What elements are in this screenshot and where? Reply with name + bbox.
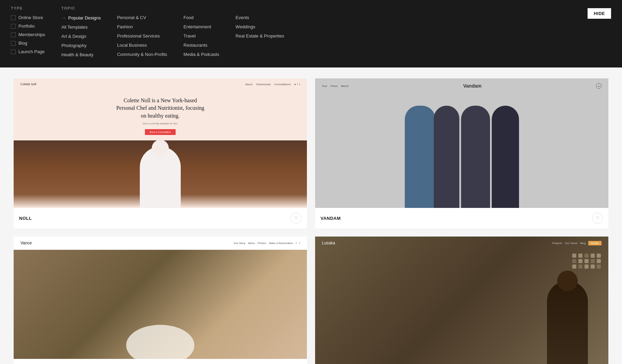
noll-social-icons: ● f t (294, 83, 300, 86)
topic-section-title: TOPIC (61, 6, 284, 10)
dot-6 (572, 259, 576, 263)
template-card-lusaka[interactable]: Lusaka Projects Our Vision Blog Donate (315, 237, 608, 364)
noll-card-footer: NOLL ♡ (14, 208, 307, 228)
instagram-icon: ● (294, 83, 296, 86)
dot-14 (591, 264, 595, 269)
topic-local-business[interactable]: Local Business (117, 43, 167, 48)
vandam-nav-merch: Merch (341, 85, 349, 88)
topic-fashion[interactable]: Fashion (117, 24, 167, 29)
template-card-vance[interactable]: Vance Our Story Menu Photos Make a Reser… (14, 237, 307, 364)
noll-hero-sub: She is currently available for hire. (24, 122, 297, 125)
facebook-icon: f (297, 83, 298, 86)
noll-logo: Colette Noll (20, 82, 36, 86)
noll-hero: Colette Noll is a New York-based Persona… (14, 90, 307, 140)
lusaka-preview: Lusaka Projects Our Vision Blog Donate (315, 237, 608, 364)
vandam-nav-icon: ● (596, 83, 602, 89)
type-blog[interactable]: Blog (11, 41, 45, 46)
templates-grid: Colette Noll About Testimonials Consulta… (14, 78, 608, 364)
topic-columns: → Popular Designs All Templates Art & De… (61, 15, 284, 61)
hide-button[interactable]: HIDE (588, 8, 611, 19)
type-portfolio[interactable]: Portfolio (11, 24, 45, 29)
vance-nav-reservation: Make a Reservation (269, 242, 293, 245)
lusaka-donate-button[interactable]: Donate (588, 241, 602, 245)
topic-art-design[interactable]: Art & Design (61, 34, 101, 39)
dot-5 (597, 254, 601, 258)
noll-card-title: NOLL (19, 216, 32, 221)
vance-preview: Vance Our Story Menu Photos Make a Reser… (14, 237, 307, 364)
topic-col-4: Events Weddings Real Estate & Properties (236, 15, 284, 61)
type-section-title: TYPE (11, 6, 45, 10)
noll-cta-button[interactable]: Book a Consultation (145, 129, 176, 135)
dot-3 (584, 254, 589, 258)
topic-events[interactable]: Events (236, 15, 284, 20)
noll-nav-links: About Testimonials Consultations ● f t (245, 83, 300, 86)
launch-page-checkbox[interactable] (11, 49, 16, 54)
portfolio-checkbox[interactable] (11, 24, 16, 29)
topic-restaurants[interactable]: Restaurants (183, 43, 219, 48)
topic-personal-cv[interactable]: Personal & CV (117, 15, 167, 20)
vandam-card-footer: VANDAM ♡ (315, 208, 608, 228)
topic-community[interactable]: Community & Non-Profits (117, 52, 167, 57)
dot-11 (572, 264, 576, 269)
dot-13 (584, 264, 589, 269)
vandam-logo: Vandam (463, 83, 482, 89)
noll-preview: Colette Noll About Testimonials Consulta… (14, 78, 307, 208)
topic-health-beauty[interactable]: Health & Beauty (61, 52, 101, 57)
figure-4 (492, 106, 519, 208)
type-filter-section: TYPE Online Store Portfolio Memberships … (11, 6, 45, 58)
topic-photography[interactable]: Photography (61, 43, 101, 48)
topic-media-podcasts[interactable]: Media & Podcasts (183, 52, 219, 57)
type-launch-page[interactable]: Launch Page (11, 49, 45, 54)
noll-favorite-button[interactable]: ♡ (291, 213, 301, 224)
vance-nav-photos: Photos (257, 242, 266, 245)
figure-1 (405, 106, 435, 208)
template-card-vandam[interactable]: Tour Press Merch Vandam ● VANDAM ♡ (315, 78, 608, 228)
dot-12 (578, 264, 582, 269)
vance-social-1: f (296, 242, 297, 245)
vance-nav: Vance Our Story Menu Photos Make a Reser… (14, 237, 307, 250)
twitter-icon: t (299, 83, 300, 86)
arrow-icon: → (61, 15, 66, 20)
topic-weddings[interactable]: Weddings (236, 24, 284, 29)
type-memberships[interactable]: Memberships (11, 32, 45, 37)
topic-professional-services[interactable]: Professional Services (117, 33, 167, 39)
noll-nav-about: About (245, 83, 252, 86)
dot-8 (584, 259, 589, 263)
noll-nav: Colette Noll About Testimonials Consulta… (14, 78, 307, 90)
topic-col-3: Food Entertainment Travel Restaurants Me… (183, 15, 219, 61)
lusaka-dot-pattern (572, 254, 602, 269)
chef-figure (140, 147, 181, 208)
templates-gallery: Colette Noll About Testimonials Consulta… (0, 67, 622, 364)
vandam-preview: Tour Press Merch Vandam ● (315, 78, 608, 208)
template-card-noll[interactable]: Colette Noll About Testimonials Consulta… (14, 78, 307, 228)
dot-1 (572, 254, 576, 258)
lusaka-nav: Lusaka Projects Our Vision Blog Donate (315, 237, 608, 249)
vandam-nav-links: Tour Press Merch (322, 85, 349, 88)
type-online-store[interactable]: Online Store (11, 15, 45, 20)
plate-decoration (126, 325, 194, 359)
filter-bar: TYPE Online Store Portfolio Memberships … (0, 0, 622, 67)
dot-10 (597, 259, 601, 263)
noll-nav-testimonials: Testimonials (256, 83, 271, 86)
figure-3 (461, 106, 490, 208)
lusaka-nav-links: Projects Our Vision Blog Donate (552, 241, 602, 245)
noll-photo (14, 140, 307, 208)
topic-col-1: → Popular Designs All Templates Art & De… (61, 15, 101, 61)
vance-nav-links: Our Story Menu Photos Make a Reservation… (234, 242, 300, 245)
vandam-favorite-button[interactable]: ♡ (592, 213, 603, 224)
noll-hero-title: Colette Noll is a New York-based Persona… (24, 97, 297, 120)
figure-2 (434, 106, 459, 208)
topic-entertainment[interactable]: Entertainment (183, 24, 219, 29)
topic-all-templates[interactable]: All Templates (61, 25, 101, 30)
topic-popular-designs[interactable]: → Popular Designs (61, 15, 101, 20)
person-figure (547, 281, 588, 364)
topic-real-estate[interactable]: Real Estate & Properties (236, 33, 284, 39)
vance-social-2: t (299, 242, 300, 245)
memberships-checkbox[interactable] (11, 32, 16, 37)
dot-9 (591, 259, 595, 263)
topic-travel[interactable]: Travel (183, 33, 219, 39)
vance-logo: Vance (20, 241, 32, 245)
topic-food[interactable]: Food (183, 15, 219, 20)
online-store-checkbox[interactable] (11, 15, 16, 20)
blog-checkbox[interactable] (11, 41, 16, 46)
